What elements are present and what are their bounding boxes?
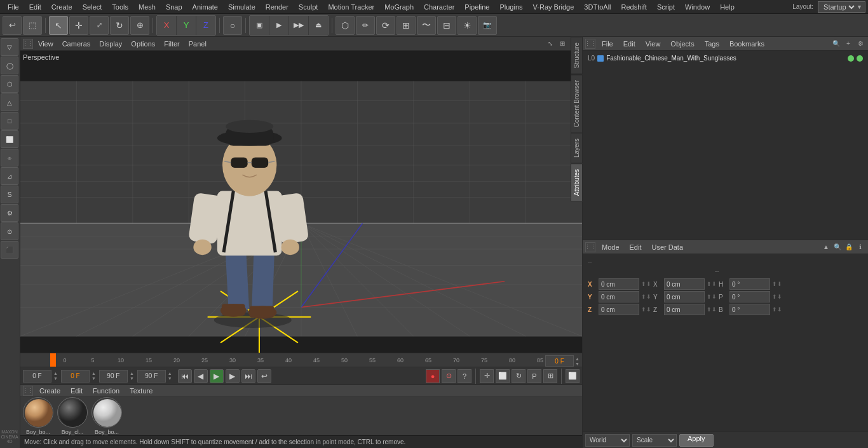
loop-button-pb[interactable]: ↩: [257, 369, 271, 383]
menu-select[interactable]: Select: [78, 2, 107, 12]
sidebar-mode-2[interactable]: ◯: [1, 57, 18, 74]
rotate-tool-button[interactable]: ↻: [110, 16, 129, 35]
select-tool-button[interactable]: ↖: [49, 16, 68, 35]
start-frame-down[interactable]: ▼: [53, 376, 58, 381]
coord-z-size-input[interactable]: [664, 304, 705, 315]
sidebar-mode-11[interactable]: ⊙: [1, 222, 18, 240]
frame-up-arrow[interactable]: ▲: [575, 356, 580, 361]
auto-key-button[interactable]: ⊙: [442, 369, 456, 383]
start-frame-up[interactable]: ▲: [53, 371, 58, 376]
layout-selector[interactable]: Startup ▼: [818, 1, 865, 13]
play-button[interactable]: ▶: [210, 369, 224, 383]
menu-file[interactable]: File: [3, 2, 24, 12]
redo-button[interactable]: ⬚: [23, 16, 42, 35]
om-item-character[interactable]: L0 Fashionable_Chinese_Man_With_Sunglass…: [585, 53, 865, 63]
viewport-menu-display[interactable]: Display: [95, 39, 126, 49]
render-all-button[interactable]: ⏏: [309, 16, 328, 35]
menu-3dttoall[interactable]: 3DTtoAll: [579, 2, 616, 12]
menu-vray[interactable]: V-Ray Bridge: [528, 2, 580, 12]
spline-button[interactable]: 〜: [417, 16, 436, 35]
side-tab-layers[interactable]: Layers: [571, 133, 583, 163]
material-grip-icon[interactable]: ⋮⋮: [23, 386, 33, 396]
coord-x-pos-input[interactable]: [599, 278, 639, 290]
om-render-dot[interactable]: [857, 55, 863, 62]
attr-lock-icon[interactable]: 🔒: [844, 242, 854, 252]
viewport-menu-view[interactable]: View: [34, 39, 57, 49]
viewport-expand-icon[interactable]: ⤡: [545, 39, 555, 49]
layout-select[interactable]: Startup: [821, 3, 857, 11]
render-view-button[interactable]: ▶▶: [289, 16, 308, 35]
om-menu-edit[interactable]: Edit: [620, 39, 639, 49]
attr-up-icon[interactable]: ▲: [821, 242, 831, 252]
light-button[interactable]: ☀: [458, 16, 477, 35]
transform-button[interactable]: ⊕: [130, 16, 149, 35]
attr-menu-mode[interactable]: Mode: [598, 242, 623, 252]
key-button[interactable]: ?: [458, 369, 471, 383]
coord-y-size-arrows[interactable]: ⬆⬇: [707, 294, 717, 300]
current-frame-down[interactable]: ▼: [92, 376, 96, 381]
coord-b-arrows[interactable]: ⬆⬇: [772, 306, 782, 313]
menu-help[interactable]: Help: [715, 2, 740, 12]
menu-plugins[interactable]: Plugins: [494, 2, 527, 12]
coord-x-size-input[interactable]: [664, 278, 705, 290]
step-forward-button[interactable]: ▶: [226, 369, 240, 383]
camera-button[interactable]: 📷: [478, 16, 497, 35]
viewport[interactable]: ⋮⋮ View Cameras Display Options Filter P…: [20, 37, 582, 353]
axis-x-button[interactable]: X: [157, 16, 176, 35]
rotate-key-button[interactable]: ↻: [512, 369, 526, 383]
menu-simulate[interactable]: Simulate: [223, 2, 261, 12]
viewport-menu-filter[interactable]: Filter: [160, 39, 183, 49]
shading-1-button[interactable]: ⬡: [336, 16, 355, 35]
sidebar-mode-8[interactable]: ⊿: [1, 167, 18, 185]
start-frame-input[interactable]: [23, 370, 51, 383]
menu-mesh[interactable]: Mesh: [133, 2, 161, 12]
coord-h-arrows[interactable]: ⬆⬇: [772, 281, 782, 287]
coord-y-pos-input[interactable]: [599, 291, 639, 302]
om-menu-bookmarks[interactable]: Bookmarks: [726, 39, 768, 49]
viewport-layout-icon[interactable]: ⊞: [557, 39, 567, 49]
om-menu-tags[interactable]: Tags: [701, 39, 723, 49]
sidebar-mode-4[interactable]: △: [1, 93, 18, 111]
render-region-button[interactable]: ▣: [250, 16, 269, 35]
scale-tool-button[interactable]: ⤢: [90, 16, 109, 35]
menu-script[interactable]: Script: [652, 2, 680, 12]
coord-b-input[interactable]: [729, 304, 770, 315]
undo-button[interactable]: ↩: [3, 16, 22, 35]
preview-end-down[interactable]: ▼: [130, 376, 134, 381]
om-menu-view[interactable]: View: [642, 39, 665, 49]
material-menu-create[interactable]: Create: [36, 386, 64, 396]
material-item-2[interactable]: Boy_cl...: [57, 397, 88, 435]
axis-y-button[interactable]: Y: [177, 16, 196, 35]
render-active-button[interactable]: ▶: [269, 16, 288, 35]
go-to-end-button[interactable]: ⏭: [241, 369, 255, 383]
record-mode-button[interactable]: ⬜: [566, 369, 580, 383]
sidebar-mode-3[interactable]: ⬡: [1, 75, 18, 93]
pose-key-button[interactable]: ⊞: [543, 369, 557, 383]
go-to-start-button[interactable]: ⏮: [178, 369, 192, 383]
viewport-grip-icon[interactable]: ⋮⋮: [23, 39, 33, 49]
attr-menu-edit[interactable]: Edit: [626, 242, 646, 252]
timeline-ruler[interactable]: 0 5 10 15 20 25 30 35 40 45 50 55 60 65 …: [20, 353, 582, 367]
pen-button[interactable]: ✏: [356, 16, 375, 35]
menu-snap[interactable]: Snap: [161, 2, 187, 12]
end-frame-down[interactable]: ▼: [168, 376, 172, 381]
menu-redshift[interactable]: Redshift: [616, 2, 652, 12]
coord-z-size-arrows[interactable]: ⬆⬇: [707, 306, 717, 313]
current-frame-right-input[interactable]: [545, 355, 574, 367]
scale-key-button[interactable]: ⬜: [496, 369, 510, 383]
om-grip-icon[interactable]: ⋮⋮: [585, 39, 595, 49]
menu-create[interactable]: Create: [46, 2, 78, 12]
side-tab-content-browser[interactable]: Content Browser: [571, 74, 583, 133]
preview-end-up[interactable]: ▲: [130, 371, 134, 376]
attr-menu-userdata[interactable]: User Data: [648, 242, 688, 252]
om-menu-file[interactable]: File: [598, 39, 617, 49]
sidebar-mode-5[interactable]: □: [1, 112, 18, 130]
step-back-button[interactable]: ◀: [194, 369, 208, 383]
param-key-button[interactable]: P: [527, 369, 541, 383]
object-mode-button[interactable]: ○: [223, 16, 242, 35]
current-frame-up[interactable]: ▲: [92, 371, 96, 376]
coord-h-input[interactable]: [729, 278, 770, 290]
menu-motion-tracker[interactable]: Motion Tracker: [323, 2, 379, 12]
extrude-button[interactable]: ⊞: [397, 16, 416, 35]
end-frame-up[interactable]: ▲: [168, 371, 172, 376]
